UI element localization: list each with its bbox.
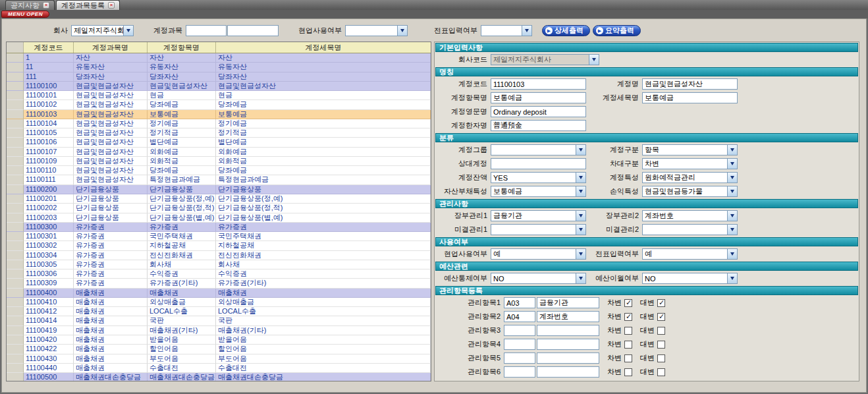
table-row[interactable]: 11유동자산유동자산유동자산 (7, 63, 431, 72)
table-row[interactable]: 11100306유가증권수익증권수익증권 (7, 269, 431, 279)
table-row[interactable]: 11100304유가증권전신전화채권전신전화채권 (7, 251, 431, 260)
table-row[interactable]: 11100500매출채권대손충당금매출채권대손충당금매출채권대손충당금 (7, 373, 431, 381)
biz-use-filter-select[interactable] (345, 25, 408, 36)
header-account-code[interactable]: 계정코드 (24, 42, 74, 53)
slip-entry-select[interactable]: 예 (642, 248, 738, 260)
chevron-down-icon[interactable] (576, 145, 585, 155)
account-code-input[interactable] (491, 78, 586, 90)
chevron-down-icon[interactable] (397, 26, 407, 36)
chevron-down-icon[interactable] (727, 225, 737, 235)
table-row[interactable]: 11100106현금및현금성자산별단예금별단예금 (7, 138, 431, 147)
contra-account-input[interactable] (491, 158, 586, 169)
chevron-down-icon[interactable] (727, 186, 737, 196)
chevron-down-icon[interactable] (522, 26, 531, 36)
chevron-down-icon[interactable] (576, 211, 585, 221)
slip-entry-filter-select[interactable] (481, 25, 532, 36)
table-row[interactable]: 11100103현금및현금성자산보통예금보통예금 (7, 110, 431, 119)
summary-print-button[interactable]: ▶ 요약출력 (593, 25, 641, 36)
chevron-down-icon[interactable] (576, 225, 585, 235)
header-account-detail-name[interactable]: 계정세목명 (216, 42, 431, 53)
mgmt-item-name-input[interactable] (537, 297, 599, 308)
chevron-down-icon[interactable] (589, 55, 599, 65)
close-icon[interactable]: × (108, 2, 115, 9)
table-row[interactable]: 11100201단기금융상품단기금융상품(정,예)단기금융상품(정,예) (7, 194, 431, 204)
company-code-select[interactable]: 제일저지주식회사 (491, 54, 599, 65)
mgmt-item-code-input[interactable] (504, 311, 535, 322)
credit-checkbox[interactable] (657, 313, 665, 321)
account-name-filter-input[interactable] (227, 25, 279, 36)
mgmt-item-code-input[interactable] (504, 325, 535, 336)
debit-checkbox[interactable] (624, 327, 632, 335)
chevron-down-icon[interactable] (727, 173, 737, 183)
account-characteristic-select[interactable]: 원화예적금관리 (642, 172, 738, 183)
book-mgmt2-select[interactable]: 계좌번호 (642, 210, 738, 221)
table-row[interactable]: 11100422매출채권할인어음할인어음 (7, 345, 431, 354)
chevron-down-icon[interactable] (576, 249, 585, 259)
biz-use-select[interactable]: 예 (491, 248, 586, 260)
account-english-name-input[interactable] (491, 106, 586, 117)
credit-checkbox[interactable] (657, 341, 665, 349)
mgmt-item-code-input[interactable] (504, 339, 535, 350)
table-row[interactable]: 11100104현금및현금성자산정기예금정기예금 (7, 119, 431, 128)
credit-checkbox[interactable] (657, 354, 665, 362)
table-row[interactable]: 11100300유가증권유가증권유가증권 (7, 223, 431, 232)
table-row[interactable]: 11100202단기금융상품단기금융상품(정,적)단기금융상품(정,적) (7, 204, 431, 213)
profit-loss-select[interactable]: 현금및현금등가물 (642, 186, 738, 197)
open-mgmt2-select[interactable] (642, 224, 738, 235)
account-code-filter-input[interactable] (186, 25, 227, 36)
chevron-down-icon[interactable] (727, 211, 737, 221)
company-filter-select[interactable]: 제일저지주식회사 (71, 25, 134, 36)
credit-checkbox[interactable] (657, 327, 665, 335)
chevron-down-icon[interactable] (576, 173, 585, 183)
header-account-item-name[interactable]: 계정항목명 (148, 42, 216, 53)
account-item-name-input[interactable] (491, 92, 586, 103)
table-row[interactable]: 11100102현금및현금성자산당좌예금당좌예금 (7, 100, 431, 109)
credit-checkbox[interactable] (657, 368, 665, 376)
table-row[interactable]: 11100420매출채권받을어음받을어음 (7, 335, 431, 345)
menu-open-button[interactable]: MENU OPEN (1, 11, 49, 18)
table-row[interactable]: 11100400매출채권매출채권매출채권 (7, 289, 431, 298)
table-row[interactable]: 11100203단기금융상품단기금융상품(별,예)단기금융상품(별,예) (7, 213, 431, 223)
account-group-select[interactable] (491, 144, 586, 155)
table-row[interactable]: 11100301유가증권국민주택채권국민주택채권 (7, 232, 431, 241)
tab-notice[interactable]: 공지사항 × (5, 0, 55, 10)
mgmt-item-code-input[interactable] (504, 366, 535, 378)
chevron-down-icon[interactable] (727, 273, 737, 283)
table-row[interactable]: 11100110현금및현금성자산당좌예금당좌예금 (7, 166, 431, 175)
mgmt-item-name-input[interactable] (537, 366, 599, 378)
detail-print-button[interactable]: ▶ 상세출력 (542, 25, 590, 36)
table-row[interactable]: 111당좌자산당좌자산당좌자산 (7, 72, 431, 82)
table-row[interactable]: 11100440매출채권수출대전수출대전 (7, 364, 431, 373)
table-row[interactable]: 11100419매출채권매출채권(기타)매출채권(기타) (7, 326, 431, 335)
table-row[interactable]: 11100111현금및현금성자산특정현금과예금특정현금과예금 (7, 175, 431, 184)
budget-carryover-select[interactable]: NO (642, 273, 738, 284)
table-row[interactable]: 11100101현금및현금성자산현금현금 (7, 91, 431, 100)
tab-account-registration[interactable]: 계정과목등록 × (56, 0, 120, 10)
mgmt-item-name-input[interactable] (537, 352, 599, 364)
table-row[interactable]: 11100430매출채권부도어음부도어음 (7, 354, 431, 364)
chevron-down-icon[interactable] (727, 145, 737, 155)
chevron-down-icon[interactable] (727, 159, 737, 169)
table-row[interactable]: 11100414매출채권국판국판 (7, 316, 431, 325)
book-mgmt1-select[interactable]: 금융기관 (491, 210, 586, 221)
table-row[interactable]: 11100412매출채권LOCAL수출LOCAL수출 (7, 307, 431, 316)
chevron-down-icon[interactable] (123, 26, 133, 36)
table-row[interactable]: 11100105현금및현금성자산정기적금정기적금 (7, 128, 431, 138)
account-balance-select[interactable]: YES (491, 172, 586, 183)
mgmt-item-name-input[interactable] (537, 325, 599, 336)
debit-checkbox[interactable] (624, 299, 632, 307)
chevron-down-icon[interactable] (576, 186, 585, 196)
account-hanja-name-input[interactable] (491, 120, 586, 131)
credit-checkbox[interactable] (657, 299, 665, 307)
table-row[interactable]: 11100100현금및현금성자산현금및현금성자산현금및현금성자산 (7, 82, 431, 91)
debit-checkbox[interactable] (624, 368, 632, 376)
chevron-down-icon[interactable] (576, 273, 585, 283)
debit-credit-select[interactable]: 차변 (642, 158, 738, 169)
table-row[interactable]: 11100107현금및현금성자산외화예금외화예금 (7, 148, 431, 157)
mgmt-item-code-input[interactable] (504, 297, 535, 308)
table-row[interactable]: 11100200단기금융상품단기금융상품단기금융상품 (7, 185, 431, 194)
close-icon[interactable]: × (43, 2, 49, 9)
asset-liability-select[interactable]: 보통예금 (491, 186, 586, 197)
chevron-down-icon[interactable] (727, 249, 737, 259)
header-account-name[interactable]: 계정과목명 (74, 42, 148, 53)
